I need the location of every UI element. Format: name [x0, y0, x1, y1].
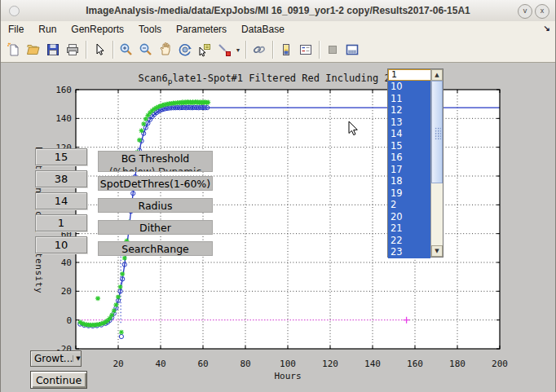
spot-number-option[interactable]: 10 — [388, 81, 430, 93]
spot-number-option[interactable]: 13 — [388, 117, 430, 129]
scrollbar-thumb[interactable] — [431, 81, 443, 183]
field-value-dither[interactable]: 1 — [35, 214, 87, 231]
svg-text:40: 40 — [61, 258, 72, 268]
spot-number-option[interactable]: 12 — [388, 104, 430, 117]
svg-text:20: 20 — [61, 286, 72, 297]
svg-text:160: 160 — [55, 85, 72, 95]
continue-button[interactable]: Continue — [30, 371, 87, 389]
spot-number-option[interactable]: 18 — [388, 175, 430, 187]
svg-text:40: 40 — [155, 359, 165, 369]
spot-number-option[interactable]: 14 — [388, 128, 430, 140]
spot-number-option[interactable]: 2 — [388, 199, 430, 211]
scrollbar-up-icon[interactable]: ▲ — [431, 69, 443, 81]
spot-number-selected[interactable]: 1 — [388, 69, 435, 81]
field-label-spotdetthres-1-60-[interactable]: SpotDetThres(1-60%) — [98, 176, 213, 191]
svg-text:60: 60 — [197, 359, 208, 369]
spot-number-option[interactable]: 22 — [388, 235, 430, 247]
svg-text:80: 80 — [240, 359, 250, 369]
svg-text:140: 140 — [55, 113, 72, 124]
scrollbar-grip — [435, 127, 441, 140]
svg-text:140: 140 — [364, 359, 381, 369]
app-window: ImageAnalysis-/media/data/ExpJobs/MI 16_… — [0, 0, 556, 392]
figure-area: 020406080100120140160180200-200204060801… — [1, 64, 555, 392]
field-label-searchrange[interactable]: SearchRange — [98, 241, 213, 256]
spot-number-option[interactable]: 17 — [388, 164, 430, 176]
caret-down-icon: ▼ — [73, 355, 82, 362]
svg-text:0: 0 — [66, 315, 72, 326]
spot-number-option[interactable]: 15 — [388, 140, 430, 152]
growth-model-popup-label: Growt... — [31, 353, 73, 364]
field-label-dither[interactable]: Dither — [98, 220, 213, 235]
spot-number-option[interactable]: 21 — [388, 222, 430, 235]
svg-text:100: 100 — [280, 359, 296, 369]
field-value-spotdetthres-1-60-[interactable]: 38 — [35, 170, 87, 187]
spot-number-option[interactable]: 20 — [388, 211, 430, 223]
field-value-bg-threshold[interactable]: 15 — [35, 148, 87, 165]
svg-text:160: 160 — [407, 359, 423, 369]
svg-text:200: 200 — [492, 359, 508, 369]
svg-text:Hours: Hours — [274, 371, 301, 381]
spot-number-option[interactable]: 19 — [388, 187, 430, 200]
svg-text:20: 20 — [113, 359, 123, 369]
spot-number-option[interactable]: 23 — [388, 246, 430, 258]
spot-number-option[interactable]: 11 — [388, 93, 430, 105]
spot-number-dropdown: 1 10111213141516171819220212223 ▲ ▼ — [387, 68, 443, 258]
field-label-bg-threshold[interactable]: BG Threshold(%below) Dynamic — [98, 151, 213, 172]
growth-model-popup[interactable]: Growt... ▼ — [30, 350, 82, 367]
field-value-searchrange[interactable]: 10 — [35, 236, 87, 253]
field-label-radius[interactable]: Radius — [98, 198, 213, 213]
svg-text:180: 180 — [449, 359, 466, 369]
scrollbar-down-icon[interactable]: ▼ — [431, 245, 443, 257]
field-value-radius[interactable]: 14 — [35, 192, 87, 209]
dropdown-scrollbar[interactable]: ▲ ▼ — [430, 69, 443, 257]
spot-number-option[interactable]: 16 — [388, 152, 430, 164]
spot-number-list: 10111213141516171819220212223 — [388, 81, 430, 257]
svg-text:120: 120 — [322, 359, 338, 369]
